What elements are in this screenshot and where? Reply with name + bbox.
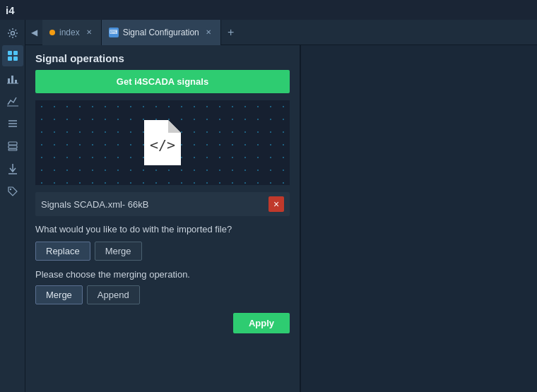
panel-title: Signal operations — [25, 45, 300, 70]
svg-text:</>: </> — [150, 136, 175, 153]
sidebar-icon-grid[interactable] — [2, 45, 23, 66]
left-panel: Signal operations Get i4SCADA signals </… — [25, 45, 301, 392]
import-actions: Replace Merge — [35, 242, 290, 261]
tab-signal-config-close[interactable]: ✕ — [203, 28, 213, 37]
svg-rect-1 — [8, 51, 12, 55]
svg-rect-3 — [8, 57, 12, 61]
content-area: ◀ index ✕ ⌨ Signal Configuration ✕ + Sig… — [25, 20, 537, 392]
replace-button[interactable]: Replace — [35, 242, 90, 261]
append-op-button[interactable]: Append — [87, 285, 140, 304]
svg-rect-2 — [13, 51, 18, 55]
file-info-row: Signals SCADA.xml- 66kB × — [35, 192, 290, 216]
drop-zone[interactable]: </> — [35, 100, 290, 185]
merge-op-button[interactable]: Merge — [35, 285, 83, 304]
right-panel — [301, 45, 537, 392]
tab-index-label: index — [59, 28, 80, 37]
merge-button[interactable]: Merge — [95, 242, 142, 261]
svg-rect-6 — [11, 76, 13, 83]
sidebar-icon-line-chart[interactable] — [2, 90, 23, 112]
svg-rect-5 — [8, 78, 10, 83]
sidebar-icon-download[interactable] — [2, 158, 23, 179]
svg-point-18 — [9, 189, 11, 190]
sidebar — [0, 20, 25, 392]
svg-rect-14 — [8, 145, 17, 148]
top-bar: i4 — [0, 0, 537, 20]
merge-actions: Merge Append — [35, 285, 290, 304]
tab-bar: ◀ index ✕ ⌨ Signal Configuration ✕ + — [25, 20, 537, 45]
app-title: i4 — [6, 4, 15, 16]
svg-point-0 — [11, 32, 14, 35]
tab-prev-arrow[interactable]: ◀ — [25, 20, 42, 45]
tab-index-close[interactable]: ✕ — [84, 28, 94, 37]
import-question: What would you like to do with the impor… — [35, 223, 290, 236]
main-area: ◀ index ✕ ⌨ Signal Configuration ✕ + Sig… — [0, 20, 537, 392]
svg-rect-15 — [8, 149, 17, 150]
file-icon: </> — [141, 117, 184, 168]
sidebar-icon-layers[interactable] — [2, 136, 23, 157]
svg-rect-7 — [15, 80, 17, 83]
tab-add-button[interactable]: + — [221, 20, 241, 45]
tab-signal-config[interactable]: ⌨ Signal Configuration ✕ — [102, 20, 221, 45]
tab-signal-config-label: Signal Configuration — [123, 28, 199, 37]
tab-index-dot — [49, 30, 55, 35]
sidebar-icon-settings[interactable] — [2, 23, 23, 44]
get-signals-button[interactable]: Get i4SCADA signals — [35, 70, 290, 93]
file-remove-button[interactable]: × — [268, 196, 284, 212]
tab-signal-config-icon: ⌨ — [109, 28, 119, 37]
merge-label: Please choose the merging operation. — [35, 269, 290, 280]
sidebar-icon-bar-chart[interactable] — [2, 68, 23, 89]
sidebar-icon-tag[interactable] — [2, 181, 23, 202]
panel-area: Signal operations Get i4SCADA signals </… — [25, 45, 537, 392]
tab-index[interactable]: index ✕ — [42, 20, 102, 45]
apply-row: Apply — [35, 313, 290, 333]
sidebar-icon-list[interactable] — [2, 113, 23, 134]
svg-rect-4 — [13, 57, 18, 61]
apply-button[interactable]: Apply — [233, 313, 290, 333]
file-display-name: Signals SCADA.xml- 66kB — [41, 199, 264, 210]
svg-rect-13 — [8, 142, 17, 145]
